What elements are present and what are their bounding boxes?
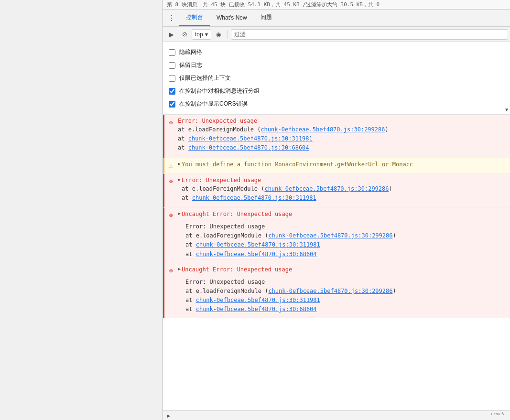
eye-icon: ◉: [216, 31, 221, 38]
group-similar-label: 在控制台中对相似消息进行分组: [179, 87, 260, 95]
stack-link-1-2[interactable]: chunk-0efbceae.5bef4870.js:30:311981: [188, 135, 313, 142]
error-icon-3: ⊗: [166, 177, 176, 186]
sidebar-toggle-button[interactable]: ▶: [165, 28, 177, 41]
expand-right-icon: ▶: [167, 412, 170, 419]
sidebar-expand-icon: ▶: [169, 31, 174, 38]
console-entry-2: ⚠ ▶ You must define a function MonacoEnv…: [163, 158, 510, 174]
tab-console[interactable]: 控制台: [179, 10, 210, 26]
hide-network-label: 隐藏网络: [179, 48, 202, 56]
warning-icon-2: ⚠: [166, 161, 176, 171]
stack-line-3-2: at chunk-0efbceae.5bef4870.js:30:311981: [182, 194, 392, 203]
toolbar: ▶ ⊘ top ▾ ◉: [163, 27, 510, 42]
checkbox-show-cors: 在控制台中显示CORS错误: [169, 97, 504, 110]
bottom-bar: ▶: [163, 410, 510, 420]
console-area: ⊗ Error: Unexpected usage at e.loadForei…: [163, 115, 510, 410]
devtools-panel: 第 8 块消息，共 45 块 已接收 54.1 KB，共 45 KB /过滤添加…: [163, 0, 510, 420]
checkbox-selected-context: 仅限已选择的上下文: [169, 72, 504, 85]
stack-line-1-2: at chunk-0efbceae.5bef4870.js:30:311981: [178, 134, 389, 143]
stack-link-1-3[interactable]: chunk-0efbceae.5bef4870.js:30:68604: [188, 144, 309, 151]
group-similar-checkbox[interactable]: [169, 88, 175, 95]
stack-line-1-1: at e.loadForeignModule (chunk-0efbceae.5…: [178, 125, 389, 134]
entry-main-text-2: You must define a function MonacoEnviron…: [182, 161, 413, 168]
console-entry-3: ⊗ ▶ Error: Unexpected usage at e.loadFor…: [163, 174, 510, 208]
settings-area: 隐藏网络 保留日志 仅限已选择的上下文 在控制台中对相似消息进行分组 在控制台中…: [163, 42, 510, 115]
expand-arrow-2[interactable]: ▶: [178, 161, 181, 166]
show-cors-label: 在控制台中显示CORS错误: [179, 100, 248, 108]
filter-input[interactable]: [231, 29, 508, 40]
checkbox-preserve-log: 保留日志: [169, 59, 504, 72]
show-cors-checkbox[interactable]: [169, 101, 175, 108]
tab-whats-new[interactable]: What's New: [210, 10, 254, 26]
block-icon: ⊘: [182, 31, 187, 38]
stack-link-4-1[interactable]: chunk-0efbceae.5bef4870.js:30:299286: [268, 232, 392, 239]
entry-main-text-4: Uncaught Error: Unexpected usage: [182, 211, 292, 217]
stack-trace-5: Error: Unexpected usage at e.loadForeign…: [164, 277, 510, 316]
console-entry-1: ⊗ Error: Unexpected usage at e.loadForei…: [163, 115, 510, 158]
console-entry-4: ⊗ ▶ Uncaught Error: Unexpected usage Err…: [163, 208, 510, 263]
console-entry-5: ⊗ ▶ Uncaught Error: Unexpected usage Err…: [163, 263, 510, 319]
selected-context-label: 仅限已选择的上下文: [179, 74, 231, 82]
expand-arrow-5[interactable]: ▶: [178, 266, 181, 271]
stack-link-5-3[interactable]: chunk-0efbceae.5bef4870.js:30:68604: [196, 306, 317, 312]
entry-main-text-5: Uncaught Error: Unexpected usage: [182, 266, 292, 273]
preserve-log-checkbox[interactable]: [169, 62, 175, 69]
chevron-down-icon: ▾: [205, 31, 208, 38]
context-selector-label: top: [195, 31, 203, 38]
stack-link-5-1[interactable]: chunk-0efbceae.5bef4870.js:30:299286: [268, 288, 392, 294]
info-bar: 第 8 块消息，共 45 块 已接收 54.1 KB，共 45 KB /过滤添加…: [163, 0, 510, 10]
bottom-expand-button[interactable]: ▶: [167, 412, 170, 419]
tab-issues[interactable]: 问题: [254, 10, 279, 26]
stack-link-5-2[interactable]: chunk-0efbceae.5bef4870.js:30:311981: [196, 297, 320, 303]
stack-link-4-3[interactable]: chunk-0efbceae.5bef4870.js:30:68604: [196, 251, 317, 258]
toolbar-divider: [228, 30, 228, 39]
stack-link-1-1[interactable]: chunk-0efbceae.5bef4870.js:30:299286: [260, 126, 385, 133]
watermark: crmeb: [491, 410, 505, 416]
stack-link-3-2[interactable]: chunk-0efbceae.5bef4870.js:30:311981: [192, 194, 316, 201]
info-bar-text: 第 8 块消息，共 45 块 已接收 54.1 KB，共 45 KB /过滤添加…: [167, 1, 380, 8]
entry-main-text-3: Error: Unexpected usage: [182, 177, 396, 183]
context-selector[interactable]: top ▾: [192, 29, 211, 40]
hide-network-checkbox[interactable]: [169, 49, 175, 56]
checkbox-group-similar: 在控制台中对相似消息进行分组: [169, 85, 504, 97]
menu-icon: ⋮: [168, 13, 175, 22]
stack-link-3-1[interactable]: chunk-0efbceae.5bef4870.js:30:299286: [264, 185, 389, 192]
settings-scrollbar: ▼: [503, 42, 510, 115]
expand-arrow-4[interactable]: ▶: [178, 211, 181, 216]
error-icon-1: ⊗: [166, 118, 176, 127]
selected-context-checkbox[interactable]: [169, 75, 175, 82]
expand-arrow-3[interactable]: ▶: [178, 177, 181, 182]
block-button[interactable]: ⊘: [178, 28, 191, 41]
tab-menu-button[interactable]: ⋮: [165, 11, 178, 25]
stack-line-1-3: at chunk-0efbceae.5bef4870.js:30:68604: [178, 143, 389, 152]
entry-main-text-1: Error: Unexpected usage: [178, 118, 392, 124]
scroll-down-button[interactable]: ▼: [503, 106, 510, 113]
tab-bar: ⋮ 控制台 What's New 问题: [163, 10, 510, 27]
error-icon-5: ⊗: [166, 266, 176, 276]
stack-line-3-1: at e.loadForeignModule (chunk-0efbceae.5…: [182, 184, 392, 194]
left-panel: [0, 0, 163, 420]
checkbox-hide-network: 隐藏网络: [169, 46, 504, 59]
eye-button[interactable]: ◉: [212, 28, 225, 41]
preserve-log-label: 保留日志: [179, 61, 202, 69]
stack-link-4-2[interactable]: chunk-0efbceae.5bef4870.js:30:311981: [196, 241, 320, 248]
stack-trace-4: Error: Unexpected usage at e.loadForeign…: [164, 221, 510, 261]
error-icon-4: ⊗: [166, 211, 176, 220]
